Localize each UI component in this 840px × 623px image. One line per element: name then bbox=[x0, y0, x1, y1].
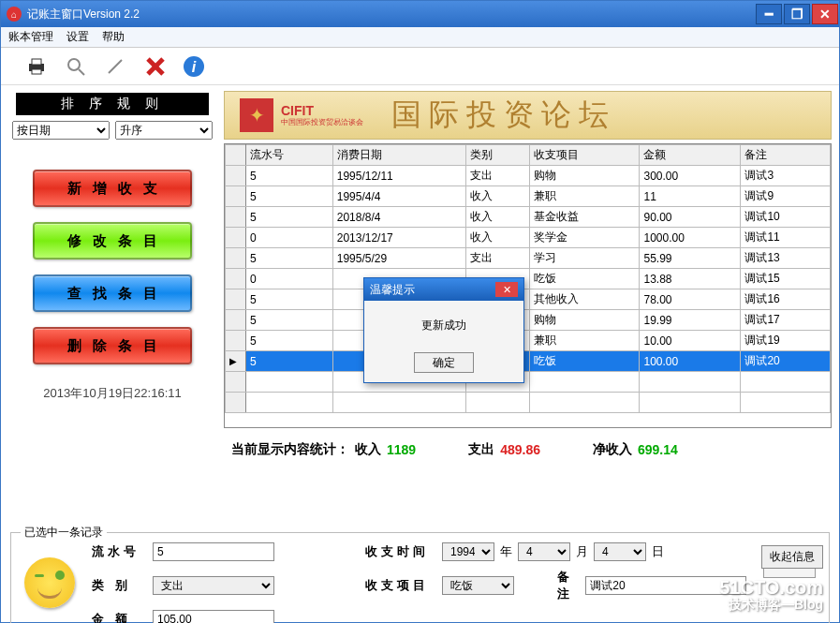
panel-legend: 已选中一条记录 bbox=[21, 525, 107, 541]
table-row[interactable]: 52018/8/4收入基金收益90.00调试10 bbox=[226, 207, 831, 228]
print-icon[interactable] bbox=[25, 55, 48, 78]
type-select[interactable]: 支出 bbox=[153, 576, 274, 595]
toolbar: i bbox=[1, 48, 839, 85]
delete-button[interactable]: 删除条目 bbox=[33, 327, 192, 364]
column-header[interactable]: 消费日期 bbox=[332, 145, 465, 166]
menu-accounts[interactable]: 账本管理 bbox=[8, 29, 53, 45]
sort-by-select[interactable]: 按日期 bbox=[12, 121, 110, 140]
banner: ✦ CIFIT 中国国际投资贸易洽谈会 国际投资论坛 bbox=[224, 91, 832, 140]
month-select[interactable]: 4 bbox=[518, 542, 570, 561]
table-row[interactable]: 51995/4/4收入兼职11调试9 bbox=[226, 186, 831, 207]
menu-settings[interactable]: 设置 bbox=[66, 29, 89, 45]
day-select[interactable]: 4 bbox=[594, 542, 646, 561]
svg-line-5 bbox=[109, 60, 122, 73]
titlebar[interactable]: ⌂ 记账主窗口Version 2.2 ━ ❐ ✕ bbox=[1, 1, 839, 27]
edit-panel: 已选中一条记录 流水号 收支时间 1994年 4月 4日 类 别 支出 收支项目… bbox=[10, 532, 830, 623]
table-row[interactable]: 5兼职10.00调试19 bbox=[226, 331, 831, 351]
column-header[interactable]: 金额 bbox=[640, 145, 741, 166]
menubar: 账本管理 设置 帮助 bbox=[1, 27, 839, 48]
table-row[interactable]: 51995/12/11支出购物300.00调试3 bbox=[226, 166, 831, 186]
column-header[interactable]: 流水号 bbox=[246, 145, 333, 166]
table-row[interactable]: 5购物19.99调试17 bbox=[226, 310, 831, 331]
edit-button[interactable]: 修改条目 bbox=[33, 222, 192, 260]
banner-logo-text: CIFIT bbox=[281, 104, 363, 117]
svg-text:i: i bbox=[192, 59, 197, 75]
column-header[interactable]: 收支项目 bbox=[530, 145, 640, 166]
table-row[interactable]: 0吃饭13.88调试15 bbox=[226, 269, 831, 289]
table-row[interactable]: 02013/12/17收入奖学金1000.00调试11 bbox=[226, 228, 831, 248]
watermark: 51CTO.com 技术博客—Blog bbox=[719, 577, 823, 612]
dialog-close-button[interactable]: ✕ bbox=[495, 282, 518, 297]
svg-line-4 bbox=[79, 69, 84, 75]
svg-point-3 bbox=[68, 59, 80, 70]
hide-info-button[interactable]: 收起信息 bbox=[761, 545, 823, 569]
column-header[interactable]: 类别 bbox=[466, 145, 530, 166]
svg-rect-1 bbox=[32, 59, 41, 65]
minimize-button[interactable]: ━ bbox=[756, 4, 782, 24]
column-header[interactable]: 备注 bbox=[741, 145, 831, 166]
sort-header: 排 序 规 则 bbox=[16, 93, 209, 115]
stat-net: 699.14 bbox=[638, 442, 678, 457]
data-grid[interactable]: 流水号消费日期类别收支项目金额备注 51995/12/11支出购物300.00调… bbox=[224, 143, 832, 428]
info-icon[interactable]: i bbox=[183, 55, 205, 78]
smiley-icon bbox=[24, 557, 75, 608]
stat-expense: 489.86 bbox=[500, 442, 540, 457]
stat-income: 1189 bbox=[387, 442, 416, 457]
serial-input[interactable] bbox=[153, 542, 274, 561]
column-header[interactable] bbox=[226, 145, 246, 166]
table-row[interactable]: 51995/5/29支出学习55.99调试13 bbox=[226, 248, 831, 269]
alert-dialog: 温馨提示 ✕ 更新成功 确定 bbox=[363, 277, 524, 383]
banner-title: 国际投资论坛 bbox=[391, 95, 616, 136]
maximize-button[interactable]: ❐ bbox=[784, 4, 810, 24]
find-button[interactable]: 查找条目 bbox=[33, 274, 192, 312]
timestamp: 2013年10月19日22:16:11 bbox=[8, 385, 216, 402]
stats-bar: 当前显示内容统计： 收入 1189 支出 489.86 净收入 699.14 bbox=[224, 428, 832, 471]
dialog-titlebar[interactable]: 温馨提示 ✕ bbox=[364, 278, 523, 301]
dialog-message: 更新成功 bbox=[364, 301, 523, 343]
right-panel: ✦ CIFIT 中国国际投资贸易洽谈会 国际投资论坛 流水号消费日期类别收支项目… bbox=[224, 85, 839, 530]
banner-logo-sub: 中国国际投资贸易洽谈会 bbox=[281, 117, 363, 127]
banner-logo-icon: ✦ bbox=[240, 98, 273, 132]
close-button[interactable]: ✕ bbox=[812, 4, 838, 24]
edit-icon[interactable] bbox=[104, 55, 126, 78]
menu-help[interactable]: 帮助 bbox=[102, 29, 125, 45]
delete-icon[interactable] bbox=[143, 55, 166, 78]
year-select[interactable]: 1994 bbox=[442, 542, 494, 561]
add-button[interactable]: 新增收支 bbox=[33, 170, 192, 207]
amount-input[interactable] bbox=[153, 610, 274, 623]
window-title: 记账主窗口Version 2.2 bbox=[27, 7, 140, 22]
sort-order-select[interactable]: 升序 bbox=[115, 121, 213, 140]
table-row[interactable]: 5其他收入78.00调试16 bbox=[226, 289, 831, 310]
svg-rect-2 bbox=[32, 69, 41, 74]
dialog-ok-button[interactable]: 确定 bbox=[414, 352, 474, 373]
table-row[interactable]: ▶5吃饭100.00调试20 bbox=[226, 351, 831, 372]
app-icon: ⌂ bbox=[7, 7, 22, 22]
search-icon[interactable] bbox=[65, 55, 87, 78]
left-panel: 排 序 规 则 按日期 升序 新增收支 修改条目 查找条目 删除条目 2013年… bbox=[1, 85, 224, 530]
item-select[interactable]: 吃饭 bbox=[442, 576, 514, 595]
